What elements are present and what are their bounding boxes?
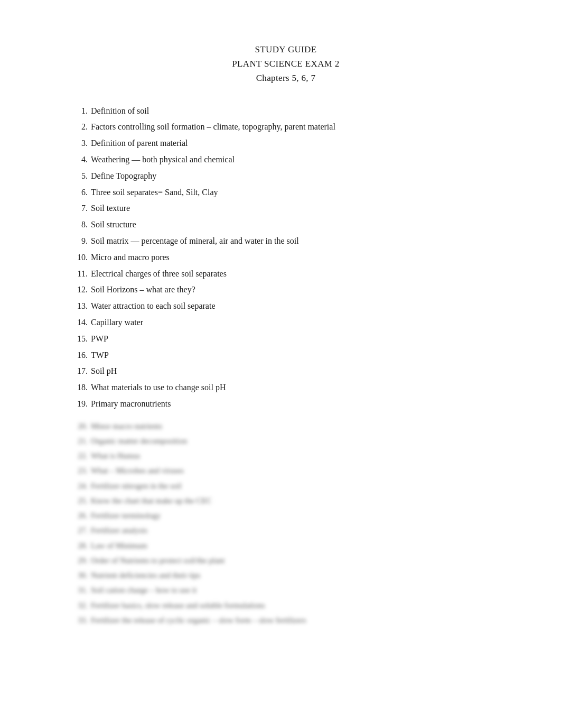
header-line1: STUDY GUIDE	[74, 42, 498, 57]
item-text: What – Microbes and viruses	[91, 465, 184, 477]
item-number: 7.	[74, 202, 91, 215]
item-text: Micro and macro pores	[91, 251, 170, 264]
item-number: 4.	[74, 153, 91, 167]
item-number: 32.	[74, 600, 91, 612]
item-text: Fertilizer nitrogen in the soil	[91, 480, 182, 492]
item-text: Order of Nutrients to protect soil/the p…	[91, 555, 225, 567]
item-number: 5.	[74, 170, 91, 183]
item-number: 15.	[74, 333, 91, 346]
list-item: 2.Factors controlling soil formation – c…	[74, 121, 498, 134]
blurred-list-item: 31.Soil cation charge – how to use it	[74, 584, 498, 596]
header-line3: Chapters 5, 6, 7	[74, 71, 498, 85]
blurred-list-item: 22.What is Humus	[74, 450, 498, 462]
blurred-list-item: 24.Fertilizer nitrogen in the soil	[74, 480, 498, 492]
blurred-list-item: 33.Fertilizer the release of cyclic orga…	[74, 614, 498, 626]
item-text: Fertilizer basics, slow release and solu…	[91, 600, 265, 612]
blurred-list-item: 32.Fertilizer basics, slow release and s…	[74, 600, 498, 612]
item-text: Minor macro nutrients	[91, 420, 162, 432]
item-number: 17.	[74, 365, 91, 378]
blurred-list-item: 21.Organic matter decomposition	[74, 435, 498, 447]
list-item: 8.Soil structure	[74, 218, 498, 232]
item-text: Soil matrix — percentage of mineral, air…	[91, 235, 299, 248]
item-text: Soil structure	[91, 218, 136, 232]
item-text: Soil cation charge – how to use it	[91, 584, 197, 596]
item-text: Definition of parent material	[91, 137, 188, 150]
list-item: 5.Define Topography	[74, 170, 498, 183]
item-text: PWP	[91, 333, 108, 346]
list-item: 17.Soil pH	[74, 365, 498, 378]
item-number: 26.	[74, 510, 91, 522]
blurred-list-item: 23.What – Microbes and viruses	[74, 465, 498, 477]
list-item: 18.What materials to use to change soil …	[74, 381, 498, 394]
item-number: 2.	[74, 121, 91, 134]
item-text: Organic matter decomposition	[91, 435, 187, 447]
item-text: Weathering — both physical and chemical	[91, 153, 235, 167]
item-text: Nutrient deficiencies and their tips	[91, 569, 200, 582]
item-text: Fertilizer terminology	[91, 510, 161, 522]
item-text: TWP	[91, 349, 109, 362]
list-item: 11.Electrical charges of three soil sepa…	[74, 268, 498, 281]
item-number: 16.	[74, 349, 91, 362]
list-item: 15. PWP	[74, 333, 498, 346]
item-text: Soil Horizons – what are they?	[91, 283, 195, 297]
item-text: Soil pH	[91, 365, 117, 378]
item-number: 12.	[74, 283, 91, 297]
item-text: What materials to use to change soil pH	[91, 381, 226, 394]
list-item: 13.Water attraction to each soil separat…	[74, 300, 498, 313]
header-line2: PLANT SCIENCE EXAM 2	[74, 57, 498, 71]
list-item: 12.Soil Horizons – what are they?	[74, 283, 498, 297]
item-number: 33.	[74, 614, 91, 626]
item-number: 3.	[74, 137, 91, 150]
blurred-list-item: 27.Fertilizer analysis	[74, 524, 498, 537]
item-text: Electrical charges of three soil separat…	[91, 268, 227, 281]
list-item: 1.Definition of soil	[74, 105, 498, 118]
list-item: 9.Soil matrix — percentage of mineral, a…	[74, 235, 498, 248]
blurred-list-item: 20.Minor macro nutrients	[74, 420, 498, 432]
item-number: 18.	[74, 381, 91, 394]
item-text: What is Humus	[91, 450, 140, 462]
list-item: 16.TWP	[74, 349, 498, 362]
item-number: 10.	[74, 251, 91, 264]
item-number: 24.	[74, 480, 91, 492]
item-number: 28.	[74, 540, 91, 552]
item-text: Capillary water	[91, 316, 143, 329]
item-number: 8.	[74, 218, 91, 232]
item-number: 27.	[74, 524, 91, 537]
item-number: 13.	[74, 300, 91, 313]
item-number: 31.	[74, 584, 91, 596]
item-text: Three soil separates= Sand, Silt, Clay	[91, 186, 218, 199]
item-text: Define Topography	[91, 170, 156, 183]
item-number: 23.	[74, 465, 91, 477]
list-item: 4.Weathering — both physical and chemica…	[74, 153, 498, 167]
list-item: 6.Three soil separates= Sand, Silt, Clay	[74, 186, 498, 199]
item-number: 19.	[74, 398, 91, 411]
item-number: 21.	[74, 435, 91, 447]
item-text: Factors controlling soil formation – cli…	[91, 121, 335, 134]
item-number: 25.	[74, 495, 91, 507]
item-text: Know the chart that make up the CEC	[91, 495, 212, 507]
item-text: Fertilizer the release of cyclic organic…	[91, 614, 306, 626]
blurred-list-item: 28.Law of Minimum	[74, 540, 498, 552]
item-number: 6.	[74, 186, 91, 199]
list-item: 19.Primary macronutrients	[74, 398, 498, 411]
item-text: Fertilizer analysis	[91, 524, 147, 537]
item-number: 14.	[74, 316, 91, 329]
list-item: 3.Definition of parent material	[74, 137, 498, 150]
blurred-list: 20.Minor macro nutrients21.Organic matte…	[74, 420, 498, 627]
blurred-list-item: 29.Order of Nutrients to protect soil/th…	[74, 555, 498, 567]
list-item: 7.Soil texture	[74, 202, 498, 215]
blurred-list-item: 26.Fertilizer terminology	[74, 510, 498, 522]
item-text: Definition of soil	[91, 105, 149, 118]
item-number: 22.	[74, 450, 91, 462]
item-text: Soil texture	[91, 202, 130, 215]
item-number: 1.	[74, 105, 91, 118]
blurred-list-item: 30.Nutrient deficiencies and their tips	[74, 569, 498, 582]
item-text: Water attraction to each soil separate	[91, 300, 215, 313]
item-number: 11.	[74, 268, 91, 281]
item-number: 20.	[74, 420, 91, 432]
list-item: 14.Capillary water	[74, 316, 498, 329]
item-number: 29.	[74, 555, 91, 567]
item-text: Primary macronutrients	[91, 398, 171, 411]
list-item: 10.Micro and macro pores	[74, 251, 498, 264]
item-text: Law of Minimum	[91, 540, 147, 552]
